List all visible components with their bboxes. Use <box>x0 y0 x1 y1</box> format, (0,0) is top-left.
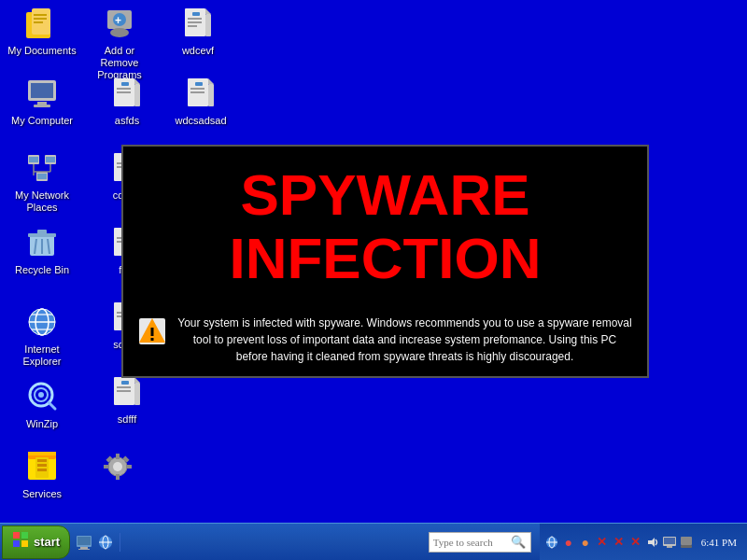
svg-rect-90 <box>28 452 56 455</box>
icon-asfds[interactable]: asfds <box>90 75 164 128</box>
icon-recycle-bin[interactable]: Recycle Bin <box>5 224 79 277</box>
tray-monitor-icon[interactable] <box>662 535 677 550</box>
icon-wdcevf[interactable]: wdcevf <box>161 5 235 58</box>
wdcevf-icon <box>179 5 217 42</box>
svg-marker-10 <box>205 8 211 14</box>
svg-rect-14 <box>188 25 197 27</box>
icon-my-documents[interactable]: My Documents <box>5 5 79 58</box>
icon-label: Recycle Bin <box>13 263 71 277</box>
svg-rect-23 <box>117 88 131 90</box>
quick-launch <box>70 533 120 552</box>
spyware-title-area: SPYWARE INFECTION <box>123 147 647 307</box>
svg-rect-110 <box>21 540 28 547</box>
svg-text:+: + <box>115 14 121 27</box>
tray-close-3[interactable]: ✕ <box>628 535 643 550</box>
taskbar: start 🔍 <box>0 523 747 560</box>
search-box[interactable]: 🔍 <box>429 532 531 553</box>
icon-label: My Network Places <box>5 189 79 215</box>
tray-icon-1[interactable]: ● <box>561 535 576 550</box>
system-tray: ● ● ✕ ✕ ✕ 6:41 PM <box>540 524 747 560</box>
svg-rect-4 <box>34 21 43 23</box>
svg-rect-114 <box>78 549 90 550</box>
start-label: start <box>34 535 60 549</box>
warning-icon <box>137 316 167 353</box>
sdfff-icon <box>108 373 146 411</box>
icon-my-network[interactable]: My Network Places <box>5 149 79 215</box>
icon-label: Internet Explorer <box>5 343 79 369</box>
tray-icon-2[interactable]: ● <box>578 535 593 550</box>
ql-show-desktop[interactable] <box>75 533 93 552</box>
winzip-icon <box>23 448 61 485</box>
icon-my-computer[interactable]: My Computer <box>5 75 79 128</box>
svg-rect-97 <box>116 454 120 459</box>
svg-rect-33 <box>29 157 38 162</box>
svg-rect-126 <box>681 545 692 548</box>
svg-rect-30 <box>190 91 204 93</box>
svg-rect-123 <box>664 538 675 544</box>
svg-rect-87 <box>121 381 129 385</box>
my-documents-icon <box>23 5 61 42</box>
search-area: 🔍 <box>429 532 536 553</box>
spyware-title: SPYWARE INFECTION <box>229 163 541 290</box>
icon-winzip[interactable]: Services <box>5 448 79 501</box>
svg-rect-105 <box>151 328 154 336</box>
icon-label: WinZip <box>24 417 60 431</box>
ql-ie[interactable] <box>96 533 115 552</box>
icon-services[interactable] <box>80 448 155 489</box>
icon-label: Services <box>21 487 63 501</box>
icon-add-remove[interactable]: + Add or Remove Programs <box>82 5 157 83</box>
icon-label: wdcsadsad <box>173 114 228 128</box>
svg-rect-109 <box>13 540 20 547</box>
svg-rect-19 <box>34 105 50 107</box>
svg-rect-15 <box>192 12 200 16</box>
svg-rect-100 <box>126 465 132 469</box>
wdcsadsad-icon <box>182 75 219 112</box>
svg-rect-24 <box>117 91 131 93</box>
svg-rect-92 <box>37 459 47 462</box>
svg-rect-2 <box>34 14 47 16</box>
svg-rect-112 <box>78 537 91 545</box>
svg-rect-56 <box>37 230 47 235</box>
svg-line-80 <box>49 402 55 409</box>
svg-rect-12 <box>188 18 202 20</box>
svg-rect-106 <box>151 338 154 341</box>
tray-close-2[interactable]: ✕ <box>612 535 627 550</box>
tray-volume-icon[interactable] <box>645 535 660 550</box>
svg-marker-21 <box>134 78 140 84</box>
svg-rect-98 <box>116 474 120 480</box>
svg-marker-27 <box>208 78 214 84</box>
tray-taskbar-icon[interactable] <box>679 535 694 550</box>
svg-rect-28 <box>208 84 214 106</box>
spyware-popup: SPYWARE INFECTION Your system is infecte… <box>121 145 649 378</box>
icon-counterspy[interactable]: WinZip <box>5 378 79 431</box>
svg-rect-93 <box>37 464 47 467</box>
svg-rect-108 <box>21 532 28 539</box>
add-remove-icon: + <box>101 5 138 42</box>
start-button[interactable]: start <box>2 525 70 559</box>
svg-rect-25 <box>121 82 129 86</box>
svg-rect-86 <box>117 390 131 392</box>
icon-sdfff[interactable]: sdfff <box>90 373 164 427</box>
icon-label: sdfff <box>116 413 138 427</box>
tray-network-icon[interactable] <box>544 535 559 550</box>
svg-rect-18 <box>37 102 47 105</box>
svg-rect-107 <box>13 532 20 539</box>
icon-internet-explorer[interactable]: Internet Explorer <box>5 303 79 369</box>
svg-rect-37 <box>37 174 47 179</box>
recycle-bin-icon <box>23 224 61 261</box>
icon-wdcsadsad[interactable]: wdcsadsad <box>163 75 238 128</box>
search-glass-icon[interactable]: 🔍 <box>511 535 526 549</box>
svg-rect-99 <box>104 465 109 469</box>
svg-rect-17 <box>31 83 53 98</box>
svg-rect-85 <box>117 386 131 388</box>
svg-point-81 <box>38 392 44 398</box>
svg-rect-3 <box>34 18 47 20</box>
windows-logo-icon <box>12 531 29 553</box>
spyware-message-row: Your system is infected with spyware. Wi… <box>123 307 647 376</box>
icon-label <box>116 487 120 489</box>
search-input[interactable] <box>433 537 508 548</box>
tray-close-1[interactable]: ✕ <box>595 535 610 550</box>
svg-rect-84 <box>134 383 140 405</box>
system-clock: 6:41 PM <box>696 537 742 548</box>
svg-rect-13 <box>188 21 202 23</box>
